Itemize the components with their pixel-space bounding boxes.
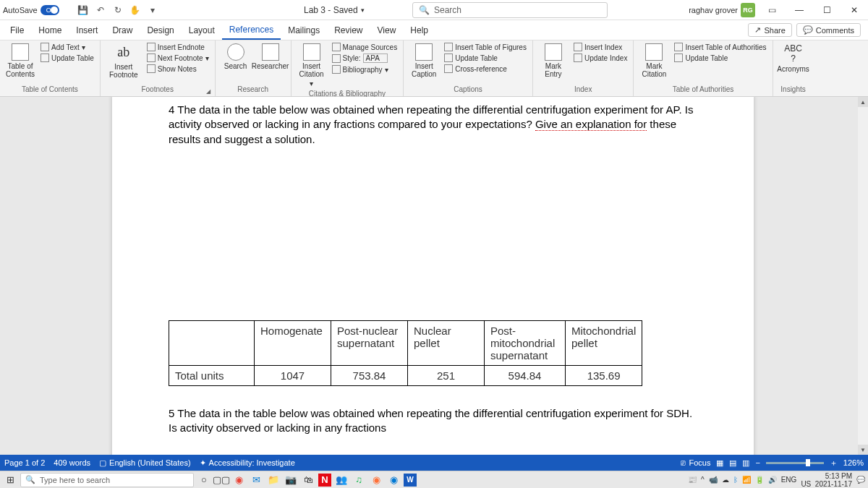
scroll-up-icon[interactable]: ▲ bbox=[858, 97, 868, 107]
tab-help[interactable]: Help bbox=[403, 21, 435, 40]
tab-file[interactable]: File bbox=[3, 21, 31, 40]
teams-icon[interactable]: 👥 bbox=[334, 473, 349, 487]
news-icon[interactable]: 📰 bbox=[688, 476, 697, 484]
touch-mode-icon[interactable]: ✋ bbox=[129, 4, 142, 17]
table-cell[interactable]: Homogenate bbox=[255, 320, 331, 365]
scroll-down-icon[interactable]: ▼ bbox=[858, 445, 868, 455]
bibliography-button[interactable]: Bibliography ▾ bbox=[331, 64, 399, 74]
add-text-button[interactable]: Add Text ▾ bbox=[39, 42, 95, 52]
read-mode-icon[interactable]: ▦ bbox=[716, 458, 723, 468]
share-button[interactable]: ↗ Share bbox=[748, 23, 791, 37]
autosave-toggle[interactable]: AutoSave On bbox=[3, 5, 71, 15]
paragraph-4[interactable]: 4 The data in the table below was obtain… bbox=[169, 103, 697, 147]
update-index-button[interactable]: Update Index bbox=[572, 53, 629, 63]
manage-sources-button[interactable]: Manage Sources bbox=[331, 42, 399, 52]
taskbar-search[interactable]: 🔍 Type here to search bbox=[20, 473, 194, 487]
style-dropdown[interactable]: Style: APA bbox=[331, 53, 399, 64]
tab-mailings[interactable]: Mailings bbox=[281, 21, 327, 40]
battery-icon[interactable]: 🔋 bbox=[755, 476, 764, 484]
camera-icon[interactable]: 📷 bbox=[284, 473, 298, 487]
table-cell[interactable]: Post-mitochondrial supernatant bbox=[485, 320, 566, 365]
mark-citation-button[interactable]: Mark Citation bbox=[638, 42, 670, 80]
redo-icon[interactable]: ↻ bbox=[111, 4, 124, 17]
search-box[interactable]: 🔍 Search bbox=[412, 2, 608, 18]
store-icon[interactable]: 🛍 bbox=[301, 473, 315, 487]
netflix-icon[interactable]: N bbox=[318, 474, 331, 487]
insert-table-of-figures-button[interactable]: Insert Table of Figures bbox=[443, 42, 528, 52]
mark-entry-button[interactable]: Mark Entry bbox=[537, 42, 569, 80]
minimize-icon[interactable]: ― bbox=[788, 0, 810, 20]
user-account[interactable]: raghav grover RG bbox=[689, 3, 755, 17]
edge-icon[interactable]: ◉ bbox=[386, 473, 401, 487]
tray-expand-icon[interactable]: ^ bbox=[701, 476, 705, 484]
chevron-down-icon[interactable]: ▾ bbox=[361, 7, 365, 14]
zoom-level[interactable]: 126% bbox=[843, 458, 864, 467]
start-button[interactable]: ⊞ bbox=[3, 473, 17, 487]
mail-icon[interactable]: ✉ bbox=[249, 473, 263, 487]
tab-design[interactable]: Design bbox=[140, 21, 181, 40]
zoom-slider[interactable] bbox=[766, 462, 824, 464]
qat-dropdown-icon[interactable]: ▾ bbox=[146, 4, 159, 17]
focus-mode-button[interactable]: ⎚ Focus bbox=[681, 458, 710, 467]
clock[interactable]: 5:13 PM US 2021-11-17 bbox=[801, 472, 852, 488]
next-footnote-button[interactable]: Next Footnote ▾ bbox=[145, 53, 210, 63]
search-button[interactable]: Search bbox=[220, 42, 252, 72]
cortana-icon[interactable]: ○ bbox=[197, 473, 211, 487]
table-cell[interactable]: Nuclear pellet bbox=[408, 320, 485, 365]
document-page[interactable]: 4 The data in the table below was obtain… bbox=[112, 97, 754, 455]
table-cell[interactable]: 251 bbox=[408, 365, 485, 385]
table-cell[interactable]: 753.84 bbox=[331, 365, 408, 385]
table-cell[interactable] bbox=[169, 320, 255, 365]
insert-index-button[interactable]: Insert Index bbox=[572, 42, 629, 52]
volume-icon[interactable]: 🔊 bbox=[768, 476, 777, 484]
insert-toa-button[interactable]: Insert Table of Authorities bbox=[673, 42, 767, 52]
cross-reference-button[interactable]: Cross-reference bbox=[443, 64, 528, 74]
notifications-icon[interactable]: 💬 bbox=[856, 476, 865, 484]
accessibility-checker[interactable]: ✦ Accessibility: Investigate bbox=[200, 458, 295, 468]
page-indicator[interactable]: Page 1 of 2 bbox=[4, 458, 45, 467]
insert-endnote-button[interactable]: Insert Endnote bbox=[145, 42, 210, 52]
document-title[interactable]: Lab 3 - Saved ▾ bbox=[304, 5, 365, 15]
show-notes-button[interactable]: Show Notes bbox=[145, 64, 210, 74]
table-of-contents-button[interactable]: Table of Contents bbox=[4, 42, 36, 80]
wifi-icon[interactable]: 📶 bbox=[742, 476, 751, 484]
print-layout-icon[interactable]: ▤ bbox=[729, 458, 736, 468]
zoom-out-button[interactable]: − bbox=[755, 458, 760, 467]
table-cell[interactable]: Mitochondrial pellet bbox=[566, 320, 642, 365]
save-icon[interactable]: 💾 bbox=[77, 4, 90, 17]
undo-icon[interactable]: ↶ bbox=[94, 4, 107, 17]
spotify-icon[interactable]: ♫ bbox=[352, 473, 366, 487]
dialog-launcher-icon[interactable]: ◢ bbox=[206, 88, 213, 95]
insert-citation-button[interactable]: Insert Citation ▾ bbox=[296, 42, 328, 89]
maximize-icon[interactable]: ☐ bbox=[816, 0, 838, 20]
task-view-icon[interactable]: ▢▢ bbox=[214, 473, 229, 487]
tab-home[interactable]: Home bbox=[31, 21, 69, 40]
explorer-icon[interactable]: 📁 bbox=[266, 473, 281, 487]
web-layout-icon[interactable]: ▥ bbox=[742, 458, 749, 468]
language-indicator[interactable]: ENG bbox=[781, 476, 797, 484]
chrome-icon[interactable]: ◉ bbox=[231, 473, 246, 487]
update-table-button[interactable]: Update Table bbox=[39, 53, 95, 63]
tab-review[interactable]: Review bbox=[327, 21, 370, 40]
tab-references[interactable]: References bbox=[222, 21, 281, 40]
insert-footnote-button[interactable]: ab Insert Footnote bbox=[105, 42, 142, 80]
zoom-in-button[interactable]: ＋ bbox=[830, 458, 838, 468]
bluetooth-icon[interactable]: ᛒ bbox=[733, 476, 738, 484]
vertical-scrollbar[interactable]: ▲ ▼ bbox=[858, 97, 868, 455]
tab-draw[interactable]: Draw bbox=[105, 21, 140, 40]
close-icon[interactable]: ✕ bbox=[843, 0, 865, 20]
insert-caption-button[interactable]: Insert Caption bbox=[408, 42, 440, 80]
tab-layout[interactable]: Layout bbox=[182, 21, 222, 40]
language-indicator[interactable]: ▢ English (United States) bbox=[99, 458, 191, 468]
ribbon-display-icon[interactable]: ▭ bbox=[761, 0, 783, 20]
update-toa-button[interactable]: Update Table bbox=[673, 53, 767, 63]
meet-now-icon[interactable]: 📹 bbox=[709, 476, 718, 484]
researcher-button[interactable]: Researcher bbox=[255, 42, 286, 72]
table-cell[interactable]: Post-nuclear supernatant bbox=[331, 320, 408, 365]
update-caption-table-button[interactable]: Update Table bbox=[443, 53, 528, 63]
table-cell[interactable]: 1047 bbox=[255, 365, 331, 385]
data-table[interactable]: Homogenate Post-nuclear supernatant Nucl… bbox=[169, 320, 642, 386]
tab-view[interactable]: View bbox=[370, 21, 404, 40]
word-count[interactable]: 409 words bbox=[54, 458, 90, 467]
table-cell[interactable]: 594.84 bbox=[485, 365, 566, 385]
